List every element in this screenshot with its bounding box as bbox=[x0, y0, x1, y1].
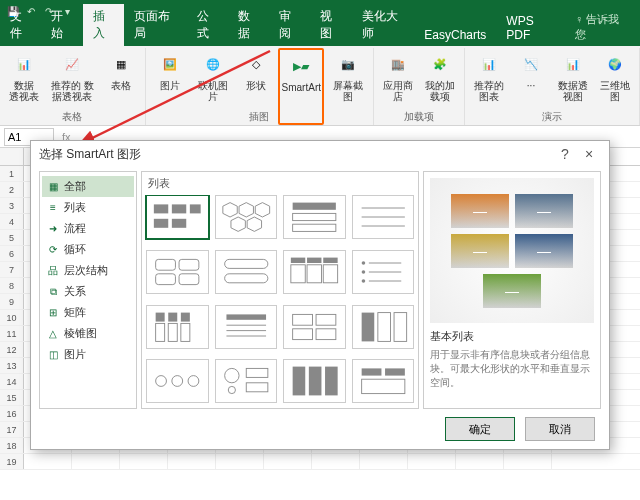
cancel-button[interactable]: 取消 bbox=[525, 417, 595, 441]
preview-canvas: ————— bbox=[430, 178, 594, 323]
tab-pagelayout[interactable]: 页面布局 bbox=[124, 4, 187, 46]
dialog-titlebar[interactable]: 选择 SmartArt 图形 ? × bbox=[31, 141, 609, 167]
tab-view[interactable]: 视图 bbox=[310, 4, 351, 46]
category-item-cycle[interactable]: ⟳循环 bbox=[42, 239, 134, 260]
row-header[interactable]: 2 bbox=[0, 182, 24, 197]
layout-thumb[interactable] bbox=[146, 359, 209, 403]
row-header[interactable]: 14 bbox=[0, 374, 24, 389]
tab-data[interactable]: 数据 bbox=[228, 4, 269, 46]
layout-thumb[interactable] bbox=[283, 305, 346, 349]
tab-beautify[interactable]: 美化大师 bbox=[352, 4, 415, 46]
svg-rect-5 bbox=[172, 219, 186, 228]
tab-insert[interactable]: 插入 bbox=[83, 4, 124, 46]
svg-rect-35 bbox=[156, 312, 165, 321]
row-header[interactable]: 13 bbox=[0, 358, 24, 373]
tab-review[interactable]: 审阅 bbox=[269, 4, 310, 46]
row-header[interactable]: 10 bbox=[0, 310, 24, 325]
category-item-relationship[interactable]: ⧉关系 bbox=[42, 281, 134, 302]
row-header[interactable]: 15 bbox=[0, 390, 24, 405]
ribbon-tabs: 文件 开始 插入 页面布局 公式 数据 审阅 视图 美化大师 EasyChart… bbox=[0, 22, 640, 46]
cell[interactable] bbox=[216, 454, 264, 469]
layout-thumb[interactable] bbox=[352, 305, 415, 349]
cell[interactable] bbox=[504, 454, 552, 469]
tab-formulas[interactable]: 公式 bbox=[187, 4, 228, 46]
row-header[interactable]: 7 bbox=[0, 262, 24, 277]
svg-rect-19 bbox=[156, 274, 176, 285]
row-header[interactable]: 1 bbox=[0, 166, 24, 181]
category-item-picture[interactable]: ◫图片 bbox=[42, 344, 134, 365]
row-header[interactable]: 18 bbox=[0, 438, 24, 453]
cell[interactable] bbox=[168, 454, 216, 469]
row-header[interactable]: 5 bbox=[0, 230, 24, 245]
tab-easycharts[interactable]: EasyCharts bbox=[414, 24, 496, 46]
layout-thumb[interactable] bbox=[352, 195, 415, 239]
tell-me[interactable]: ♀ 告诉我您 bbox=[565, 8, 634, 46]
svg-rect-40 bbox=[181, 323, 190, 341]
row-header[interactable]: 4 bbox=[0, 214, 24, 229]
cell[interactable] bbox=[456, 454, 504, 469]
row-header[interactable]: 3 bbox=[0, 198, 24, 213]
layout-thumb[interactable] bbox=[146, 250, 209, 294]
tab-wps[interactable]: WPS PDF bbox=[496, 10, 565, 46]
layout-thumb[interactable] bbox=[352, 250, 415, 294]
category-item-hierarchy[interactable]: 品层次结构 bbox=[42, 260, 134, 281]
cell[interactable] bbox=[24, 454, 72, 469]
svg-rect-41 bbox=[226, 314, 266, 319]
row-header[interactable]: 19 bbox=[0, 454, 24, 469]
row-header[interactable]: 16 bbox=[0, 406, 24, 421]
cell[interactable] bbox=[408, 454, 456, 469]
process-icon: ➜ bbox=[46, 222, 60, 236]
layout-thumb[interactable] bbox=[215, 195, 278, 239]
preview-tile: — bbox=[451, 234, 509, 268]
column-header[interactable] bbox=[0, 148, 24, 165]
svg-rect-45 bbox=[293, 314, 313, 325]
svg-rect-61 bbox=[325, 367, 338, 396]
svg-marker-7 bbox=[239, 203, 253, 217]
category-item-all[interactable]: ▦全部 bbox=[42, 176, 134, 197]
cell[interactable] bbox=[264, 454, 312, 469]
svg-rect-58 bbox=[246, 383, 268, 392]
row-header[interactable]: 11 bbox=[0, 326, 24, 341]
row-header[interactable]: 8 bbox=[0, 278, 24, 293]
layout-thumb[interactable] bbox=[215, 359, 278, 403]
map3d-icon: 🌍 bbox=[601, 50, 629, 78]
row-header[interactable]: 6 bbox=[0, 246, 24, 261]
svg-rect-63 bbox=[385, 369, 405, 376]
layout-thumb[interactable] bbox=[283, 359, 346, 403]
layout-thumb[interactable] bbox=[215, 250, 278, 294]
svg-rect-17 bbox=[156, 259, 176, 270]
layout-thumb[interactable] bbox=[283, 250, 346, 294]
relationship-icon: ⧉ bbox=[46, 285, 60, 299]
svg-rect-27 bbox=[323, 257, 337, 262]
matrix-icon: ⊞ bbox=[46, 306, 60, 320]
category-item-list[interactable]: ≡列表 bbox=[42, 197, 134, 218]
svg-rect-1 bbox=[154, 204, 168, 213]
layout-thumb[interactable] bbox=[283, 195, 346, 239]
svg-marker-8 bbox=[255, 203, 269, 217]
layout-thumb[interactable] bbox=[146, 195, 209, 239]
cell[interactable] bbox=[120, 454, 168, 469]
layout-grid bbox=[142, 195, 418, 408]
svg-rect-60 bbox=[309, 367, 322, 396]
row-header[interactable]: 9 bbox=[0, 294, 24, 309]
table-row[interactable]: 19 bbox=[0, 454, 640, 470]
svg-rect-23 bbox=[291, 257, 305, 262]
cell[interactable] bbox=[312, 454, 360, 469]
close-button[interactable]: × bbox=[577, 146, 601, 162]
row-header[interactable]: 12 bbox=[0, 342, 24, 357]
layout-thumb[interactable] bbox=[215, 305, 278, 349]
help-button[interactable]: ? bbox=[553, 146, 577, 162]
svg-rect-20 bbox=[179, 274, 199, 285]
cell[interactable] bbox=[72, 454, 120, 469]
tab-home[interactable]: 开始 bbox=[41, 4, 82, 46]
category-item-matrix[interactable]: ⊞矩阵 bbox=[42, 302, 134, 323]
category-item-pyramid[interactable]: △棱锥图 bbox=[42, 323, 134, 344]
category-item-process[interactable]: ➜流程 bbox=[42, 218, 134, 239]
layout-thumb[interactable] bbox=[352, 359, 415, 403]
row-header[interactable]: 17 bbox=[0, 422, 24, 437]
svg-rect-12 bbox=[293, 213, 336, 220]
layout-thumb[interactable] bbox=[146, 305, 209, 349]
cell[interactable] bbox=[360, 454, 408, 469]
tab-file[interactable]: 文件 bbox=[0, 4, 41, 46]
ok-button[interactable]: 确定 bbox=[445, 417, 515, 441]
